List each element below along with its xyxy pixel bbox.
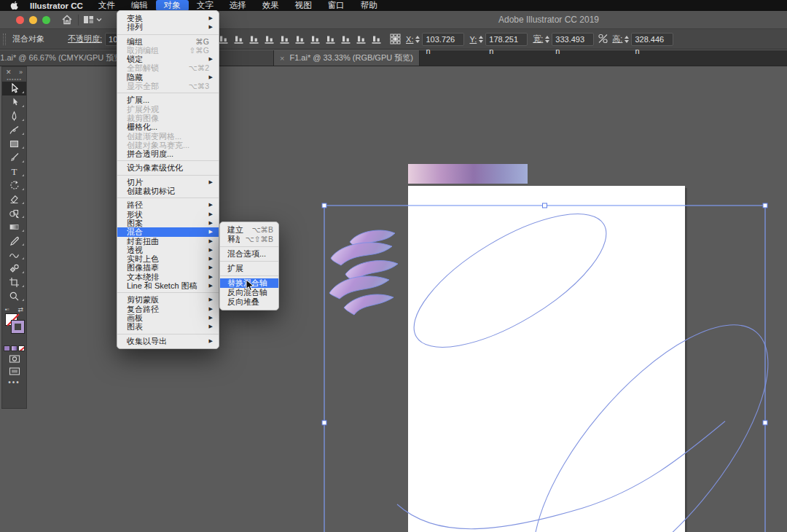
menu-item[interactable]: 图像描摹 ▶: [117, 263, 219, 272]
align-icon[interactable]: [294, 34, 305, 45]
minimize-window-button[interactable]: [29, 16, 37, 24]
menubar-item[interactable]: 编辑: [123, 0, 156, 11]
panel-grip[interactable]: [3, 34, 6, 45]
handle-top-center[interactable]: [543, 203, 547, 208]
menu-item[interactable]: 形状 ▶: [117, 210, 219, 219]
submenu-item[interactable]: 释放 ⌥⇧⌘B: [220, 235, 278, 244]
zoom-tool[interactable]: [2, 289, 26, 303]
y-stepper[interactable]: [479, 36, 483, 43]
panel-expand-icon[interactable]: »: [19, 69, 23, 76]
eyedropper-tool[interactable]: [2, 234, 26, 248]
submenu-item[interactable]: 反向堆叠: [220, 297, 278, 307]
menu-item[interactable]: 收集以导出 ▶: [117, 337, 219, 345]
document-tab[interactable]: × 未标题-1.ai* @ 66.67% (CMYK/GPU 预览): [0, 50, 131, 66]
submenu-item[interactable]: 建立 ⌥⌘B: [220, 225, 278, 235]
submenu-item[interactable]: 混合选项...: [220, 249, 278, 259]
more-tools-button[interactable]: •••: [2, 378, 26, 386]
menubar-item[interactable]: 文字: [189, 0, 222, 11]
gradient-bar-object[interactable]: [408, 164, 528, 184]
menu-item[interactable]: 排列 ▶: [117, 23, 219, 31]
app-menu[interactable]: Illustrator CC: [23, 1, 90, 10]
align-icon[interactable]: [248, 34, 259, 45]
menu-item[interactable]: 栅格化...: [117, 122, 219, 131]
menu-item[interactable]: 拼合透明度...: [117, 149, 219, 158]
y-input[interactable]: 178.251 n: [485, 33, 528, 46]
eraser-tool[interactable]: [2, 192, 26, 206]
gradient-tool[interactable]: [2, 220, 26, 234]
swap-fill-stroke-icon[interactable]: ⇄: [17, 306, 23, 313]
menubar-item[interactable]: 效果: [254, 0, 287, 11]
panel-grip-dots[interactable]: ••••••: [2, 77, 26, 82]
align-icon[interactable]: [232, 34, 244, 45]
menu-item[interactable]: 混合 ▶: [117, 227, 219, 236]
align-icon[interactable]: [355, 34, 367, 45]
menu-item[interactable]: 创建对象马赛克...: [117, 141, 219, 149]
drawing-modes-button[interactable]: [2, 354, 26, 364]
menubar-item[interactable]: 对象: [156, 0, 189, 11]
width-stepper[interactable]: [545, 36, 549, 43]
menu-item[interactable]: 图案 ▶: [117, 219, 219, 227]
menu-item[interactable]: 切片 ▶: [117, 178, 219, 187]
rotate-tool[interactable]: [2, 179, 26, 192]
handle-top-left[interactable]: [322, 203, 326, 208]
handle-top-right[interactable]: [763, 203, 767, 208]
opacity-link[interactable]: 不透明度:: [68, 34, 102, 44]
curvature-tool[interactable]: [2, 123, 26, 137]
menu-item[interactable]: 文本绕排 ▶: [117, 273, 219, 281]
selection-tool[interactable]: [2, 82, 26, 95]
x-input[interactable]: 103.726 n: [422, 33, 464, 46]
menu-item[interactable]: 创建裁切标记: [117, 187, 219, 195]
artboard-tool[interactable]: [2, 275, 26, 289]
height-label[interactable]: 高:: [612, 34, 622, 44]
y-label[interactable]: Y:: [469, 35, 477, 44]
align-icon[interactable]: [278, 34, 290, 45]
menu-item[interactable]: 复合路径 ▶: [117, 305, 219, 313]
menu-item[interactable]: 路径 ▶: [117, 200, 219, 209]
menubar-item[interactable]: 窗口: [320, 0, 353, 11]
align-icon[interactable]: [324, 34, 336, 45]
menu-item[interactable]: 实时上色 ▶: [117, 254, 219, 263]
menu-item[interactable]: 变换 ▶: [117, 14, 219, 23]
menu-item[interactable]: 编组 ⌘G: [117, 37, 219, 46]
menubar-item[interactable]: 帮助: [353, 0, 385, 11]
align-icon[interactable]: [340, 34, 351, 45]
menu-item[interactable]: 锁定 ▶: [117, 55, 219, 63]
menu-item[interactable]: 隐藏 ▶: [117, 73, 219, 82]
menu-item[interactable]: 显示全部 ⌥⌘3: [117, 82, 219, 90]
menu-item[interactable]: 画板 ▶: [117, 313, 219, 322]
home-icon[interactable]: [61, 14, 73, 28]
menu-item[interactable]: Line 和 Sketch 图稿 ▶: [117, 281, 219, 290]
menu-item[interactable]: 剪切蒙版 ▶: [117, 295, 219, 304]
align-icon[interactable]: [263, 34, 275, 45]
shape-builder-tool[interactable]: [2, 206, 26, 220]
color-button[interactable]: [4, 345, 10, 351]
gradient-button[interactable]: [11, 345, 17, 351]
rectangle-tool[interactable]: [2, 137, 26, 151]
apple-logo-icon[interactable]: [10, 1, 18, 10]
menubar-item[interactable]: 视图: [287, 0, 320, 11]
handle-middle-right[interactable]: [763, 420, 767, 425]
menu-item[interactable]: 透视 ▶: [117, 246, 219, 254]
menu-item[interactable]: 扩展...: [117, 95, 219, 104]
handle-middle-left[interactable]: [322, 420, 326, 425]
x-stepper[interactable]: [415, 36, 420, 43]
align-icon[interactable]: [309, 34, 321, 45]
width-input[interactable]: 333.493 n: [552, 33, 594, 46]
menu-item[interactable]: 全部解锁 ⌥⌘2: [117, 63, 219, 72]
menu-item[interactable]: 扩展外观: [117, 105, 219, 114]
height-input[interactable]: 328.446 n: [631, 33, 673, 46]
type-tool[interactable]: T: [2, 165, 26, 179]
constrain-proportions-icon[interactable]: [598, 34, 608, 45]
screen-mode-button[interactable]: [2, 367, 26, 376]
menubar-item[interactable]: 文件: [90, 0, 123, 11]
none-button[interactable]: [18, 345, 25, 351]
menu-item[interactable]: 设为像素级优化: [117, 163, 219, 172]
menu-item[interactable]: 封套扭曲 ▶: [117, 237, 219, 246]
panel-close-icon[interactable]: ✕: [6, 69, 12, 76]
close-window-button[interactable]: [16, 16, 24, 24]
width-label[interactable]: 宽:: [533, 34, 543, 44]
default-swatches-icon[interactable]: ▪▫: [5, 306, 9, 313]
menu-item[interactable]: 取消编组 ⇧⌘G: [117, 46, 219, 55]
menu-item[interactable]: 创建渐变网格...: [117, 132, 219, 141]
submenu-item[interactable]: 扩展: [220, 264, 278, 273]
